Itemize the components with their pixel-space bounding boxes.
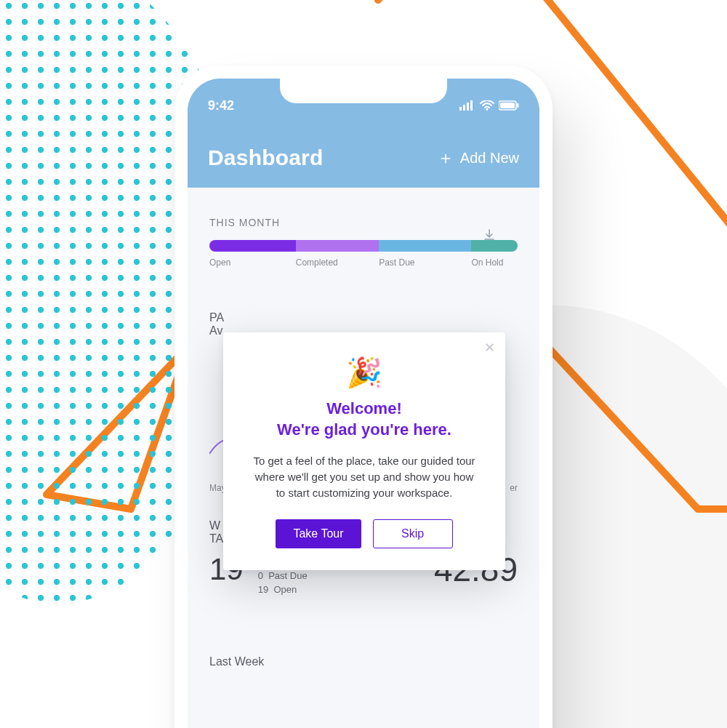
signal-icon (459, 100, 475, 111)
status-legend: Open Completed Past Due On Hold (209, 257, 518, 268)
legend-open: Open (209, 257, 296, 268)
bar-seg-completed (296, 240, 379, 252)
wifi-icon (480, 100, 494, 111)
modal-body-text: To get a feel of the place, take our gui… (249, 453, 479, 500)
last-week-label: Last Week (209, 655, 518, 668)
battery-icon (499, 100, 519, 111)
stat-row: 19 Open (258, 583, 314, 597)
bar-seg-open (209, 240, 296, 252)
svg-rect-9 (500, 103, 515, 108)
take-tour-button[interactable]: Take Tour (276, 519, 361, 548)
x-axis-right: er (510, 483, 518, 493)
status-progress-bar (209, 240, 518, 252)
add-new-label: Add New (460, 150, 519, 167)
svg-rect-10 (517, 103, 519, 108)
status-time: 9:42 (208, 98, 234, 113)
legend-on-hold: On Hold (471, 257, 518, 268)
plus-icon: ＋ (437, 150, 454, 166)
status-right (459, 100, 519, 111)
svg-rect-5 (467, 103, 469, 111)
legend-completed: Completed (296, 257, 379, 268)
svg-point-7 (486, 108, 489, 111)
download-icon[interactable] (483, 228, 496, 244)
skip-button[interactable]: Skip (373, 519, 453, 548)
this-month-section: THIS MONTH Open Completed Past Due On Ho… (209, 217, 518, 268)
add-new-button[interactable]: ＋ Add New (437, 150, 519, 167)
welcome-modal: ✕ 🎉 Welcome! We're glad you're here. To … (223, 332, 505, 570)
legend-past-due: Past Due (379, 257, 471, 268)
svg-rect-3 (459, 107, 462, 111)
stat-row: 0 Past Due (258, 569, 314, 583)
past6-line1: PA (209, 311, 518, 324)
this-month-label: THIS MONTH (209, 217, 518, 228)
svg-rect-6 (470, 100, 473, 111)
party-popper-icon: 🎉 (249, 356, 479, 390)
page-title: Dashboard (208, 145, 324, 170)
phone-notch (280, 79, 447, 103)
bar-seg-past-due (379, 240, 471, 252)
close-icon[interactable]: ✕ (484, 341, 495, 354)
modal-title: Welcome! We're glad you're here. (249, 399, 479, 440)
svg-rect-4 (463, 105, 465, 111)
